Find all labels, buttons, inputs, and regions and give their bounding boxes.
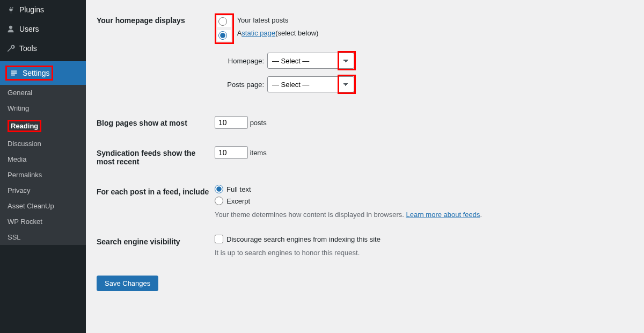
input-posts-per-page[interactable] [215, 116, 248, 129]
sidebar-sub-media[interactable]: Media [0, 151, 86, 167]
radio-full-text[interactable] [215, 185, 223, 193]
feed-description: Your theme determines how content is dis… [215, 211, 633, 219]
link-learn-more-feeds[interactable]: Learn more about feeds [406, 211, 480, 219]
sidebar-sub-wp-rocket[interactable]: WP Rocket [0, 214, 86, 229]
sidebar-item-settings[interactable]: Settings [0, 61, 86, 85]
user-icon [5, 24, 16, 34]
sidebar-item-plugins[interactable]: Plugins [0, 0, 86, 19]
wrench-icon [5, 43, 16, 54]
checkbox-discourage-indexing[interactable] [215, 235, 223, 243]
sidebar-label: Plugins [19, 5, 44, 14]
sidebar-sub-general[interactable]: General [0, 85, 86, 100]
label-postspage-select: Posts page: [215, 81, 264, 89]
sidebar-label: Settings [23, 69, 50, 77]
row-label-feed-content: For each post in a feed, include [97, 177, 215, 227]
unit-posts: posts [250, 119, 267, 127]
label-discourage-indexing: Discourage search engines from indexing … [226, 235, 380, 243]
radio-latest-posts[interactable] [218, 17, 227, 26]
label-latest-posts: Your latest posts [237, 16, 289, 24]
label-static-page-prefix: A [237, 29, 242, 37]
link-static-page[interactable]: static page [241, 29, 275, 37]
sidebar-item-tools[interactable]: Tools [0, 39, 86, 58]
plug-icon [5, 4, 16, 15]
sidebar-item-users[interactable]: Users [0, 19, 86, 39]
select-posts-page[interactable]: — Select — [267, 76, 354, 92]
label-homepage-select: Homepage: [215, 57, 264, 65]
visibility-description: It is up to search engines to honor this… [215, 249, 633, 257]
select-homepage[interactable]: — Select — [267, 53, 354, 69]
row-label-blog-pages: Blog pages show at most [97, 108, 215, 138]
settings-icon [9, 68, 19, 78]
sidebar-sub-privacy[interactable]: Privacy [0, 183, 86, 198]
input-syndication-items[interactable] [215, 146, 248, 159]
label-full-text: Full text [226, 185, 251, 193]
row-label-syndication: Syndication feeds show the most recent [97, 138, 215, 177]
content-area: Your homepage displays Your latest posts… [86, 0, 644, 333]
sidebar-sub-permalinks[interactable]: Permalinks [0, 167, 86, 183]
sidebar-label: Users [19, 25, 39, 33]
radio-static-page[interactable] [218, 31, 227, 40]
row-label-visibility: Search engine visibility [97, 227, 215, 265]
save-changes-button[interactable]: Save Changes [97, 276, 158, 291]
admin-sidebar: Plugins Users Tools Settings General Wri… [0, 0, 86, 333]
sidebar-sub-discussion[interactable]: Discussion [0, 136, 86, 151]
sidebar-label: Tools [19, 44, 37, 53]
row-label-homepage: Your homepage displays [97, 5, 215, 108]
sidebar-sub-asset-cleanup[interactable]: Asset CleanUp [0, 198, 86, 214]
label-static-page-suffix: (select below) [275, 29, 318, 37]
label-excerpt: Excerpt [226, 197, 250, 205]
sidebar-sub-ssl[interactable]: SSL [0, 229, 86, 245]
unit-items: items [250, 149, 267, 157]
radio-excerpt[interactable] [215, 197, 223, 205]
sidebar-sub-writing[interactable]: Writing [0, 100, 86, 116]
sidebar-sub-reading[interactable]: Reading [0, 116, 86, 136]
settings-form-table: Your homepage displays Your latest posts… [97, 5, 633, 265]
